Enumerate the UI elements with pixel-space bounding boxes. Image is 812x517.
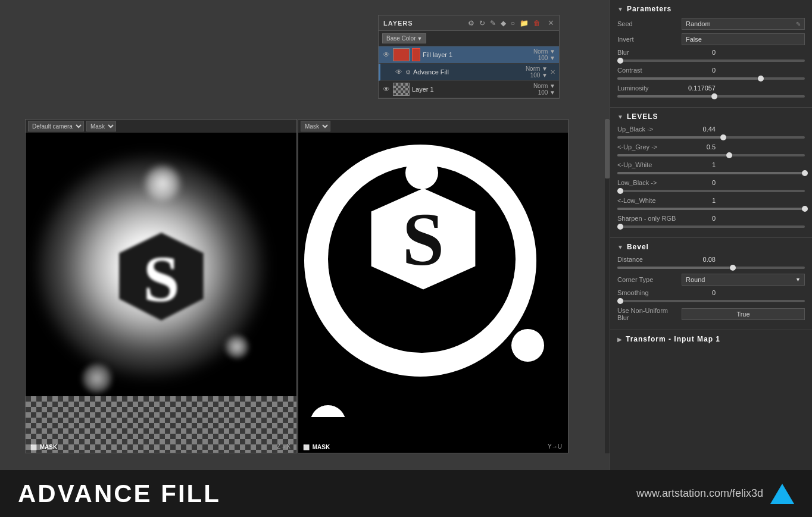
up-grey-label: <-Up_Grey -> bbox=[617, 143, 683, 151]
corner-type-chevron: ▼ bbox=[795, 277, 801, 283]
layers-icon-1[interactable]: ⚙ bbox=[468, 19, 474, 27]
smoothing-slider-row bbox=[617, 300, 805, 302]
corner-type-value: Round bbox=[686, 276, 705, 283]
layer-eye-icon[interactable]: 👁 bbox=[382, 51, 391, 59]
sharpen-container: Sharpen - only RGB 0 bbox=[617, 215, 805, 228]
layers-icon-6[interactable]: 📁 bbox=[520, 19, 529, 27]
contrast-label: Contrast bbox=[617, 67, 683, 74]
blur-slider-track[interactable] bbox=[617, 59, 805, 62]
bottom-bar: ADVANCE FILL www.artstation.com/felix3d bbox=[0, 470, 812, 517]
invert-value-box[interactable]: False bbox=[682, 33, 805, 45]
bottom-url: www.artstation.com/felix3d bbox=[636, 484, 794, 504]
sublayer-blend-info: Norm ▼ 100 ▼ bbox=[526, 65, 548, 79]
sharpen-slider-row bbox=[617, 225, 805, 228]
parameters-header[interactable]: ▼ Parameters bbox=[617, 5, 805, 13]
up-black-container: Up_Black -> 0.44 bbox=[617, 126, 805, 139]
blob-bottom-left bbox=[82, 364, 112, 393]
small-circle-top bbox=[405, 156, 438, 189]
contrast-slider-track[interactable] bbox=[617, 77, 805, 80]
layer-item[interactable]: 👁 Fill layer 1 Norm ▼ 100 ▼ bbox=[379, 46, 559, 64]
parameters-arrow: ▼ bbox=[617, 6, 623, 12]
bevel-header[interactable]: ▼ Bevel bbox=[617, 243, 805, 251]
levels-header[interactable]: ▼ LEVELS bbox=[617, 112, 805, 121]
contrast-container: Contrast 0 bbox=[617, 67, 805, 80]
layer-item-2[interactable]: 👁 Layer 1 Norm ▼ 100 ▼ bbox=[379, 81, 559, 98]
luminosity-container: Luminosity 0.117057 bbox=[617, 84, 805, 98]
layers-icon-3[interactable]: ✎ bbox=[490, 19, 496, 27]
sharpen-thumb[interactable] bbox=[617, 224, 623, 230]
seed-row: Seed Random ✎ bbox=[617, 18, 805, 30]
layer-item-sublayer[interactable]: 👁 ⚙ Advance Fill Norm ▼ 100 ▼ ✕ bbox=[379, 64, 559, 81]
viewport1-display-select[interactable]: Mask bbox=[86, 121, 116, 131]
up-black-label: Up_Black -> bbox=[617, 126, 683, 133]
distance-thumb[interactable] bbox=[730, 265, 736, 271]
viewport1-camera-select[interactable]: Default camera bbox=[28, 121, 84, 131]
up-white-row: <-Up_White 1 bbox=[617, 161, 805, 168]
distance-slider-track[interactable] bbox=[617, 267, 805, 269]
smoothing-thumb[interactable] bbox=[617, 298, 623, 304]
transform-header[interactable]: ▶ Transform - Input Map 1 bbox=[617, 335, 805, 343]
seed-edit-icon[interactable]: ✎ bbox=[796, 21, 801, 27]
layer-eye-icon-sub[interactable]: 👁 bbox=[395, 68, 403, 76]
up-black-value: 0.44 bbox=[683, 126, 716, 133]
artstation-logo bbox=[770, 484, 794, 504]
parameters-section: ▼ Parameters Seed Random ✎ Invert False … bbox=[610, 0, 812, 108]
low-black-slider-row bbox=[617, 190, 805, 192]
invert-value: False bbox=[686, 36, 702, 43]
sublayer-close[interactable]: ✕ bbox=[550, 68, 555, 76]
non-uniform-value-box[interactable]: True bbox=[682, 308, 805, 320]
low-white-thumb[interactable] bbox=[802, 206, 808, 212]
luminosity-slider-track[interactable] bbox=[617, 95, 805, 98]
layers-icon-5[interactable]: ○ bbox=[511, 19, 515, 27]
checkerboard-1 bbox=[26, 396, 296, 453]
up-white-slider-track[interactable] bbox=[617, 172, 805, 174]
blur-slider-thumb[interactable] bbox=[617, 58, 623, 64]
bottom-black bbox=[298, 417, 568, 453]
low-black-value: 0 bbox=[683, 179, 716, 186]
layers-panel: LAYERS ⚙ ↻ ✎ ◆ ○ 📁 🗑 ✕ Base Color ▼ 👁 Fi… bbox=[378, 15, 560, 99]
seed-label: Seed bbox=[617, 20, 677, 27]
layer2-blend-mode: Norm ▼ bbox=[533, 83, 555, 89]
base-color-chevron: ▼ bbox=[417, 36, 422, 42]
sharpen-value: 0 bbox=[683, 215, 716, 222]
layers-close[interactable]: ✕ bbox=[548, 18, 554, 27]
up-white-container: <-Up_White 1 bbox=[617, 161, 805, 174]
invert-label: Invert bbox=[617, 36, 677, 43]
seed-value: Random bbox=[686, 20, 711, 27]
non-uniform-label: Use Non-Uniform Blur bbox=[617, 307, 677, 321]
distance-slider-row bbox=[617, 267, 805, 269]
luminosity-slider-thumb[interactable] bbox=[711, 93, 717, 99]
up-grey-slider-row bbox=[617, 154, 805, 156]
layers-icon-7[interactable]: 🗑 bbox=[533, 19, 541, 27]
layer2-opacity: 100 ▼ bbox=[538, 89, 555, 96]
up-grey-slider-track[interactable] bbox=[617, 154, 805, 156]
low-black-thumb[interactable] bbox=[617, 188, 623, 194]
viewport2-display-select[interactable]: Mask bbox=[301, 121, 330, 131]
viewport1-toolbar: Default camera Mask bbox=[26, 120, 296, 133]
low-white-slider-row bbox=[617, 208, 805, 210]
transform-section: ▶ Transform - Input Map 1 bbox=[610, 330, 812, 348]
up-grey-thumb[interactable] bbox=[726, 152, 732, 158]
layers-icon-2[interactable]: ↻ bbox=[479, 19, 485, 27]
sublayer-blend-mode: Norm ▼ bbox=[526, 65, 548, 72]
contrast-slider-fill bbox=[617, 77, 758, 80]
smoothing-slider-track[interactable] bbox=[617, 300, 805, 302]
seed-value-box[interactable]: Random ✎ bbox=[682, 18, 805, 30]
low-white-slider-track[interactable] bbox=[617, 208, 805, 210]
sharpen-slider-track[interactable] bbox=[617, 225, 805, 228]
bottom-title: ADVANCE FILL bbox=[18, 480, 221, 508]
up-black-thumb[interactable] bbox=[720, 134, 726, 140]
contrast-slider-row bbox=[617, 77, 805, 80]
axis-label-1: Z→X bbox=[277, 443, 291, 450]
corner-type-dropdown[interactable]: Round ▼ bbox=[682, 274, 805, 286]
viewport-scrollbar-thumb[interactable] bbox=[605, 119, 610, 178]
s-logo-clean: S bbox=[355, 177, 492, 314]
layer-eye-icon-2[interactable]: 👁 bbox=[382, 85, 391, 93]
low-black-slider-track[interactable] bbox=[617, 190, 805, 192]
contrast-slider-thumb[interactable] bbox=[758, 76, 764, 82]
layers-icon-4[interactable]: ◆ bbox=[501, 19, 506, 27]
up-white-thumb[interactable] bbox=[802, 170, 808, 176]
up-black-slider-track[interactable] bbox=[617, 136, 805, 139]
base-color-label: Base Color bbox=[386, 35, 416, 42]
base-color-button[interactable]: Base Color ▼ bbox=[382, 33, 426, 43]
